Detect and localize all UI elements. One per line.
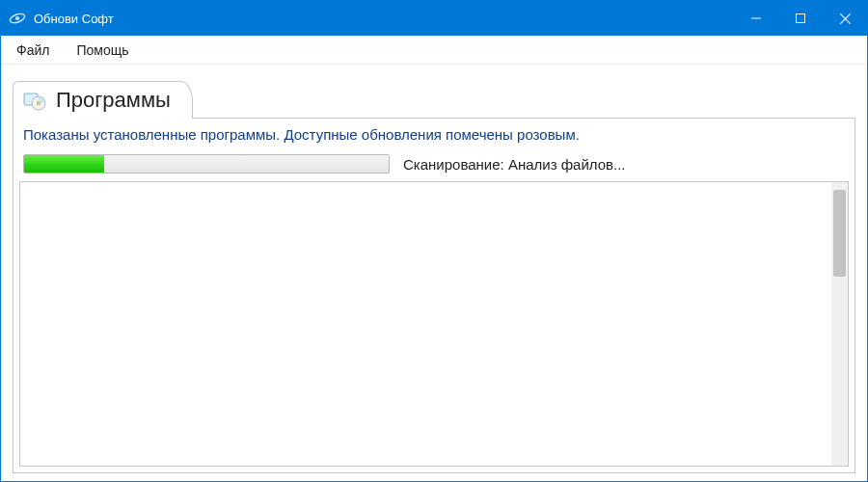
scan-status-text: Сканирование: Анализ файлов... — [403, 156, 626, 173]
titlebar-left: Обнови Софт — [9, 10, 114, 27]
tab-strip: Программы — [13, 78, 855, 119]
tab-page: Показаны установленные программы. Доступ… — [13, 118, 855, 473]
window-title: Обнови Софт — [34, 12, 114, 26]
scrollbar-thumb[interactable] — [833, 190, 846, 277]
minimize-button[interactable] — [734, 1, 778, 36]
menu-help[interactable]: Помощь — [70, 39, 134, 62]
menubar: Файл Помощь — [1, 36, 867, 65]
info-text: Показаны установленные программы. Доступ… — [14, 119, 854, 148]
menu-file[interactable]: Файл — [11, 39, 55, 62]
maximize-button[interactable] — [778, 1, 823, 36]
program-list — [19, 181, 849, 467]
app-icon — [9, 10, 26, 27]
scan-row: Сканирование: Анализ файлов... — [14, 148, 854, 181]
vertical-scrollbar[interactable] — [831, 182, 848, 466]
tab-programs[interactable]: Программы — [13, 81, 193, 119]
tab-programs-label: Программы — [56, 88, 171, 113]
titlebar: Обнови Софт — [1, 1, 867, 36]
window-controls — [734, 1, 867, 36]
progress-bar — [23, 154, 390, 174]
close-button[interactable] — [823, 1, 867, 36]
progress-fill — [24, 155, 104, 173]
content-area: Программы Показаны установленные програм… — [1, 65, 867, 481]
programs-cd-icon — [23, 90, 46, 111]
svg-point-1 — [15, 16, 19, 20]
app-window: Обнови Софт Файл Помощь — [0, 0, 868, 482]
svg-rect-3 — [797, 14, 805, 23]
